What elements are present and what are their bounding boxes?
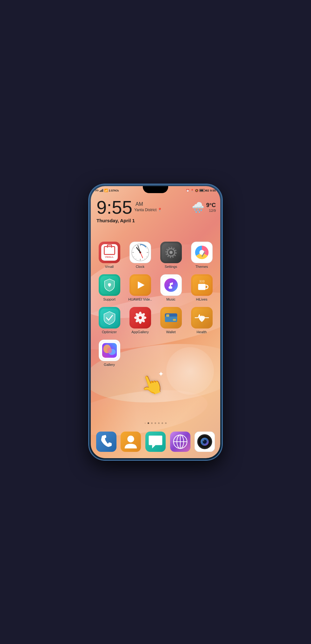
camera-dock-icon[interactable] bbox=[194, 431, 215, 452]
dock bbox=[94, 431, 217, 452]
status-bar: 2G 📶 2.57K/s ⏰ 📍 🔕 bbox=[91, 186, 220, 195]
dot-3[interactable] bbox=[155, 422, 156, 424]
svg-rect-50 bbox=[166, 314, 169, 317]
dot-4[interactable] bbox=[158, 422, 160, 424]
clock-date: Thursday, April 1 bbox=[96, 218, 162, 223]
themes-icon[interactable] bbox=[191, 242, 213, 263]
contacts-dock-icon[interactable] bbox=[120, 431, 142, 452]
support-svg bbox=[100, 276, 119, 294]
app-video[interactable]: HUAWEI Vide.. bbox=[125, 274, 156, 301]
app-appgallery[interactable]: AppGallery bbox=[125, 307, 156, 334]
app-grid: VMALL Vmall bbox=[91, 242, 220, 367]
svg-point-72 bbox=[203, 440, 204, 441]
music-icon[interactable] bbox=[160, 274, 182, 296]
phone-outer: 2G 📶 2.57K/s ⏰ 📍 🔕 bbox=[89, 184, 222, 460]
status-left: 2G 📶 2.57K/s bbox=[95, 189, 119, 192]
svg-rect-51 bbox=[173, 319, 176, 321]
clock-widget: 9:55 AM Yanta District 📍 Thursday, April… bbox=[96, 198, 162, 223]
network-type: 2G bbox=[95, 189, 99, 192]
svg-point-32 bbox=[170, 286, 172, 289]
wifi-icon: 📶 bbox=[104, 189, 108, 192]
app-support[interactable]: Support bbox=[94, 274, 125, 301]
clock-svg bbox=[131, 243, 149, 262]
clock-label: Clock bbox=[136, 265, 145, 269]
appgallery-label: AppGallery bbox=[131, 330, 149, 334]
wallet-label: Wallet bbox=[166, 330, 175, 334]
dock-phone[interactable] bbox=[96, 431, 117, 452]
battery-fill bbox=[200, 190, 203, 191]
weather-cloud-icon: 🌧️ bbox=[192, 201, 204, 213]
appgallery-icon[interactable] bbox=[129, 307, 151, 329]
settings-svg bbox=[162, 243, 180, 262]
music-label: Music bbox=[166, 297, 175, 301]
optimizer-icon[interactable] bbox=[99, 307, 120, 329]
phone-inner: 2G 📶 2.57K/s ⏰ 📍 🔕 bbox=[91, 186, 220, 458]
gallery-label: Gallery bbox=[104, 363, 115, 367]
svg-point-60 bbox=[128, 435, 134, 442]
gallery-svg bbox=[100, 341, 119, 360]
dot-0 bbox=[145, 423, 146, 424]
clock-time: 9:55 bbox=[96, 198, 132, 217]
dot-6[interactable] bbox=[165, 422, 167, 424]
video-label: HUAWEI Vide.. bbox=[128, 297, 152, 301]
app-clock[interactable]: Clock bbox=[125, 242, 156, 269]
dock-contacts[interactable] bbox=[120, 431, 142, 452]
gallery-icon[interactable] bbox=[99, 340, 120, 361]
svg-rect-34 bbox=[198, 284, 205, 290]
app-hilives[interactable]: HiLives bbox=[186, 274, 217, 301]
dot-1[interactable] bbox=[148, 422, 149, 424]
location-icon: 📍 bbox=[190, 189, 194, 192]
themes-label: Themes bbox=[195, 265, 208, 269]
vmall-icon[interactable]: VMALL bbox=[99, 242, 120, 263]
app-gallery[interactable]: Gallery bbox=[94, 340, 125, 367]
clock-location: Yanta District 📍 bbox=[134, 208, 162, 212]
health-label: Health bbox=[197, 330, 207, 334]
vmall-label: Vmall bbox=[105, 265, 114, 269]
support-label: Support bbox=[103, 297, 116, 301]
dock-browser[interactable] bbox=[169, 431, 191, 452]
support-icon[interactable] bbox=[99, 274, 120, 296]
app-vmall[interactable]: VMALL Vmall bbox=[94, 242, 125, 269]
app-health[interactable]: Health bbox=[186, 307, 217, 334]
app-wallet[interactable]: Wallet bbox=[156, 307, 186, 334]
settings-label: Settings bbox=[165, 265, 177, 269]
optimizer-svg bbox=[100, 309, 119, 327]
dot-5[interactable] bbox=[162, 422, 163, 424]
wallet-svg bbox=[162, 309, 180, 327]
hilives-icon[interactable] bbox=[191, 274, 213, 296]
clock-icon[interactable] bbox=[129, 242, 151, 263]
network-speed: 2.57K/s bbox=[109, 189, 119, 192]
video-icon[interactable] bbox=[129, 274, 151, 296]
svg-point-20 bbox=[169, 251, 173, 254]
app-optimizer[interactable]: Optimizer bbox=[94, 307, 125, 334]
app-settings[interactable]: Settings bbox=[156, 242, 186, 269]
svg-point-17 bbox=[140, 252, 141, 253]
app-themes[interactable]: Themes bbox=[186, 242, 217, 269]
weather-info: 9°C 12/9 bbox=[206, 202, 216, 212]
signal-bars bbox=[100, 189, 103, 192]
dot-2[interactable] bbox=[151, 422, 153, 424]
dock-camera[interactable] bbox=[194, 431, 215, 452]
hilives-svg bbox=[193, 276, 211, 294]
page-dots bbox=[91, 422, 220, 424]
health-icon[interactable] bbox=[191, 307, 213, 329]
app-music[interactable]: Music bbox=[156, 274, 186, 301]
svg-point-57 bbox=[107, 347, 112, 353]
settings-icon[interactable] bbox=[160, 242, 182, 263]
health-svg bbox=[193, 309, 211, 327]
svg-rect-58 bbox=[96, 432, 116, 452]
dock-messages[interactable] bbox=[145, 431, 166, 452]
location-pin-icon: 📍 bbox=[157, 208, 162, 212]
optimizer-label: Optimizer bbox=[102, 330, 117, 334]
battery-pct: 82 bbox=[206, 189, 209, 192]
weather-temp: 9°C bbox=[206, 202, 216, 209]
alarm-icon: ⏰ bbox=[186, 189, 189, 192]
wallet-icon[interactable] bbox=[160, 307, 182, 329]
silent-icon: 🔕 bbox=[195, 189, 198, 192]
battery-icon bbox=[199, 189, 205, 192]
phone-dock-icon[interactable] bbox=[96, 431, 117, 452]
status-right: ⏰ 📍 🔕 82 9:55 bbox=[186, 189, 216, 192]
browser-dock-icon[interactable] bbox=[169, 431, 191, 452]
clock-ampm: AM bbox=[136, 201, 162, 207]
messages-dock-icon[interactable] bbox=[145, 431, 166, 452]
